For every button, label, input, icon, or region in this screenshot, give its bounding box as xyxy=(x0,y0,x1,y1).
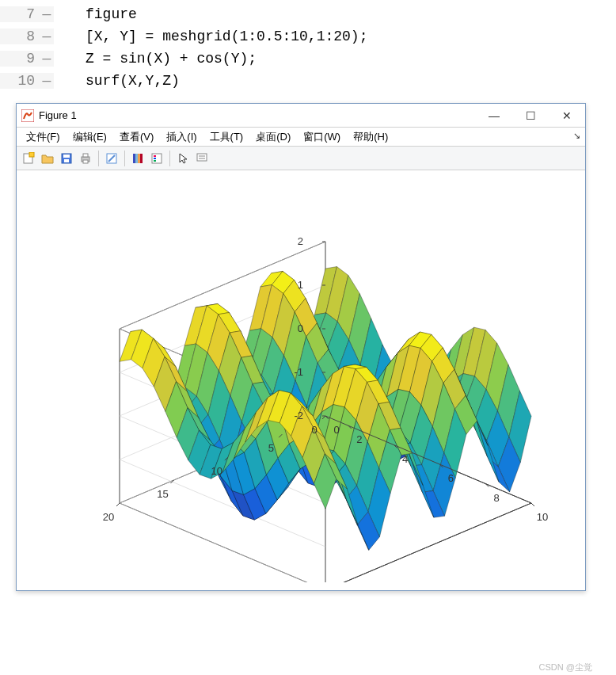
colorbar-button[interactable] xyxy=(129,150,146,167)
code-line: 8 — [X, Y] = meshgrid(1:0.5:10,1:20); xyxy=(0,25,616,48)
save-button[interactable] xyxy=(58,150,75,167)
breakpoint-dash[interactable]: — xyxy=(40,73,54,89)
breakpoint-dash[interactable]: — xyxy=(40,6,54,22)
menu-edit[interactable]: 编辑(E) xyxy=(67,128,113,146)
svg-rect-10 xyxy=(133,154,135,163)
svg-text:10: 10 xyxy=(211,465,222,477)
window-title: Figure 1 xyxy=(39,109,476,121)
toolbar-separator xyxy=(98,151,99,166)
titlebar[interactable]: Figure 1 — ☐ ✕ xyxy=(17,104,585,128)
svg-rect-14 xyxy=(152,154,162,163)
code-line: 10 — surf(X,Y,Z) xyxy=(0,70,616,92)
menu-help[interactable]: 帮助(H) xyxy=(347,128,394,146)
code-line: 7 — figure xyxy=(0,3,616,25)
plot-area[interactable]: -2-1012024681005101520 xyxy=(17,170,585,590)
menu-overflow-icon[interactable]: ↘ xyxy=(573,131,580,141)
datatip-button[interactable] xyxy=(193,150,211,167)
svg-text:0: 0 xyxy=(311,424,317,436)
menu-view[interactable]: 查看(V) xyxy=(113,128,160,146)
code-text[interactable]: Z = sin(X) + cos(Y); xyxy=(86,51,616,67)
menu-insert[interactable]: 插入(I) xyxy=(160,128,203,146)
svg-text:6: 6 xyxy=(448,472,454,484)
matlab-icon xyxy=(21,109,34,122)
code-line: 9 — Z = sin(X) + cos(Y); xyxy=(0,48,616,70)
svg-text:1: 1 xyxy=(298,279,303,291)
svg-rect-8 xyxy=(83,160,88,163)
breakpoint-dash[interactable]: — xyxy=(40,29,54,44)
svg-rect-5 xyxy=(64,159,69,162)
menubar: 文件(F) 编辑(E) 查看(V) 插入(I) 工具(T) 桌面(D) 窗口(W… xyxy=(17,128,585,147)
link-button[interactable] xyxy=(103,150,120,167)
code-text[interactable]: [X, Y] = meshgrid(1:0.5:10,1:20); xyxy=(86,29,616,44)
svg-rect-12 xyxy=(138,154,140,163)
new-figure-button[interactable] xyxy=(20,150,37,167)
menu-tools[interactable]: 工具(T) xyxy=(203,128,250,146)
surface-plot[interactable]: -2-1012024681005101520 xyxy=(32,178,571,582)
svg-rect-4 xyxy=(63,154,70,158)
line-number: 8 xyxy=(0,29,40,44)
svg-text:2: 2 xyxy=(298,235,303,247)
svg-text:-2: -2 xyxy=(294,410,303,421)
svg-text:5: 5 xyxy=(268,442,274,454)
breakpoint-dash[interactable]: — xyxy=(40,51,54,67)
svg-text:8: 8 xyxy=(494,492,500,504)
code-text[interactable]: figure xyxy=(86,6,616,22)
svg-text:10: 10 xyxy=(537,511,548,523)
line-number: 9 xyxy=(0,51,40,67)
svg-text:4: 4 xyxy=(402,453,408,465)
figure-window: Figure 1 — ☐ ✕ 文件(F) 编辑(E) 查看(V) 插入(I) 工… xyxy=(16,103,586,591)
line-number: 7 xyxy=(0,6,40,22)
line-number: 10 xyxy=(0,73,40,89)
svg-rect-2 xyxy=(29,152,34,157)
svg-text:15: 15 xyxy=(157,488,168,500)
svg-rect-18 xyxy=(197,154,207,161)
svg-rect-11 xyxy=(135,154,138,163)
code-editor: 7 — figure 8 — [X, Y] = meshgrid(1:0.5:1… xyxy=(0,0,616,100)
svg-rect-7 xyxy=(83,154,88,157)
toolbar-separator xyxy=(169,151,170,166)
svg-text:2: 2 xyxy=(356,433,362,445)
svg-text:0: 0 xyxy=(298,322,303,334)
svg-line-387 xyxy=(531,503,534,506)
menu-desktop[interactable]: 桌面(D) xyxy=(249,128,297,146)
menu-file[interactable]: 文件(F) xyxy=(20,128,67,146)
menu-window[interactable]: 窗口(W) xyxy=(297,128,347,146)
print-button[interactable] xyxy=(77,150,94,167)
close-button[interactable]: ✕ xyxy=(549,104,585,128)
svg-text:0: 0 xyxy=(333,424,339,436)
open-button[interactable] xyxy=(39,150,56,167)
toolbar-separator xyxy=(124,151,125,166)
svg-rect-13 xyxy=(140,154,143,163)
svg-line-397 xyxy=(116,503,120,506)
svg-text:-1: -1 xyxy=(294,366,303,378)
toolbar xyxy=(17,147,585,170)
maximize-button[interactable]: ☐ xyxy=(512,104,549,128)
pointer-button[interactable] xyxy=(174,150,192,167)
minimize-button[interactable]: — xyxy=(476,104,512,128)
svg-text:20: 20 xyxy=(103,511,114,523)
legend-button[interactable] xyxy=(148,150,165,167)
svg-rect-0 xyxy=(21,109,34,122)
code-text[interactable]: surf(X,Y,Z) xyxy=(86,73,616,89)
